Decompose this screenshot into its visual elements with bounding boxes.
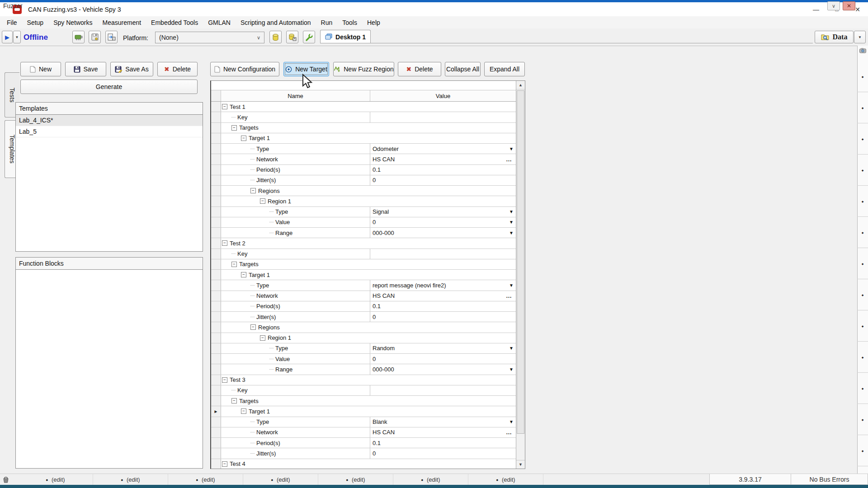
row-value-cell[interactable] (370, 102, 516, 112)
minimize-button[interactable]: — (806, 2, 826, 16)
collapse-minus-icon[interactable]: − (260, 335, 265, 341)
table-row[interactable]: Type Random ▼ (211, 343, 516, 354)
menu-item[interactable]: Spy Networks (48, 17, 97, 28)
template-list-item[interactable]: Lab_5 (16, 126, 203, 137)
chevron-down-icon[interactable]: ▼ (509, 209, 514, 214)
table-row[interactable]: Key (211, 385, 516, 396)
menu-item[interactable]: Tools (337, 17, 362, 28)
table-row[interactable]: − Target 1 (211, 133, 516, 144)
collapse-minus-icon[interactable]: − (231, 125, 237, 131)
table-row[interactable]: − Regions (211, 322, 516, 333)
collapse-minus-icon[interactable]: − (222, 461, 227, 467)
template-list-item[interactable]: Lab_4_ICS* (16, 115, 203, 126)
status-edit-cell[interactable]: ◆ (edit) (468, 474, 543, 485)
data-dropdown-button[interactable]: ▼ (854, 31, 866, 43)
dock-strip-cell[interactable]: ◆ (857, 404, 868, 435)
table-row[interactable]: − Test 2 (211, 238, 516, 249)
save-button[interactable]: Save (65, 62, 106, 76)
collapse-minus-icon[interactable]: − (222, 104, 227, 109)
collapse-minus-icon[interactable]: − (260, 198, 265, 204)
row-value-cell[interactable]: Signal ▼ (370, 207, 516, 217)
table-row[interactable]: Jitter(s) 0 (211, 448, 516, 459)
table-row[interactable]: − Targets (211, 259, 516, 270)
row-value-cell[interactable]: 0 ▼ (370, 217, 516, 227)
status-edit-cell[interactable]: ◆ (edit) (93, 474, 168, 485)
row-value-cell[interactable]: Random ▼ (370, 343, 516, 353)
row-value-cell[interactable]: 0.1 (370, 165, 516, 175)
options-button[interactable] (303, 31, 315, 43)
row-value-cell[interactable] (370, 238, 516, 248)
row-value-cell[interactable] (370, 133, 516, 143)
chevron-down-icon[interactable]: ▼ (509, 230, 514, 235)
row-value-cell[interactable]: HS CAN … (370, 427, 516, 437)
new-button[interactable]: New (20, 62, 61, 76)
expand-all-button[interactable]: Expand All (484, 62, 525, 76)
menu-item[interactable]: GMLAN (203, 17, 236, 28)
data-button[interactable]: Data (815, 31, 854, 43)
row-value-cell[interactable]: 0 (370, 448, 516, 458)
table-row[interactable]: Period(s) 0.1 (211, 438, 516, 448)
table-row[interactable]: Period(s) 0.1 (211, 301, 516, 312)
menu-item[interactable]: File (2, 17, 22, 28)
scrollbar-thumb[interactable] (517, 90, 524, 434)
dock-strip-cell[interactable]: ◆ (857, 435, 868, 466)
ellipsis-button[interactable]: … (506, 156, 512, 163)
row-value-cell[interactable]: 0.1 (370, 301, 516, 311)
row-value-cell[interactable] (370, 196, 516, 206)
dock-strip-cell[interactable]: ◆ (857, 155, 868, 186)
table-row[interactable]: − Test 3 (211, 375, 516, 385)
table-row[interactable]: Value 0 ▼ (211, 217, 516, 228)
row-value-cell[interactable] (370, 259, 516, 269)
run-dropdown-button[interactable]: ▼ (13, 31, 21, 43)
dock-strip-cell[interactable]: ◆ (857, 279, 868, 310)
table-row[interactable]: Key (211, 249, 516, 259)
collapse-minus-icon[interactable]: − (250, 188, 256, 193)
status-edit-cell[interactable]: ◆ (edit) (243, 474, 318, 485)
tab-desktop-1[interactable]: Desktop 1 (320, 30, 371, 43)
collapse-minus-icon[interactable]: − (231, 398, 237, 404)
row-value-cell[interactable]: 000-000 ▼ (370, 228, 516, 238)
table-row[interactable]: − Target 1 (211, 270, 516, 280)
row-value-cell[interactable] (370, 112, 516, 122)
dock-strip-cell[interactable]: ◆ (857, 373, 868, 404)
save-setup-button[interactable] (89, 31, 101, 43)
row-value-cell[interactable]: 0 (370, 312, 516, 322)
row-value-cell[interactable] (370, 123, 516, 133)
dock-strip-cell[interactable]: ◆ (857, 248, 868, 279)
collapse-minus-icon[interactable]: − (231, 262, 237, 267)
chevron-down-icon[interactable]: ▼ (509, 367, 514, 372)
collapse-minus-icon[interactable]: − (250, 324, 256, 330)
table-row[interactable]: − Region 1 (211, 333, 516, 343)
delete-button[interactable]: ✖ Delete (157, 62, 198, 76)
row-value-cell[interactable] (370, 270, 516, 280)
menu-item[interactable]: Setup (22, 17, 49, 28)
database-button[interactable] (269, 31, 282, 43)
menu-item[interactable]: Run (316, 17, 338, 28)
row-value-cell[interactable]: Odometer ▼ (370, 144, 516, 154)
ellipsis-button[interactable]: … (506, 292, 512, 299)
row-value-cell[interactable]: HS CAN … (370, 154, 516, 164)
row-value-cell[interactable]: 0 (370, 354, 516, 364)
panel-close-button[interactable]: ✕ (843, 1, 855, 10)
table-row[interactable]: Period(s) 0.1 (211, 165, 516, 175)
new-fuzz-region-button[interactable]: New Fuzz Region (333, 62, 394, 76)
table-row[interactable]: − Regions (211, 186, 516, 196)
row-value-cell[interactable] (370, 406, 516, 416)
dock-strip-cell[interactable]: ◆ (857, 217, 868, 248)
row-value-cell[interactable] (370, 459, 516, 469)
table-row[interactable]: Network HS CAN … (211, 427, 516, 438)
status-edit-cell[interactable]: ◆ (edit) (318, 474, 393, 485)
table-row[interactable]: Type report message (neovi fire2) ▼ (211, 280, 516, 291)
table-row[interactable]: Type Odometer ▼ (211, 144, 516, 154)
row-value-cell[interactable] (370, 385, 516, 395)
dock-strip-cell[interactable]: ◆ (857, 92, 868, 123)
chevron-down-icon[interactable]: ▼ (509, 220, 514, 225)
delete-target-button[interactable]: ✖ Delete (398, 62, 441, 76)
database-save-button[interactable] (286, 31, 298, 43)
table-row[interactable]: − Test 4 (211, 459, 516, 469)
row-value-cell[interactable]: HS CAN … (370, 291, 516, 301)
collapse-minus-icon[interactable]: − (241, 136, 246, 141)
dock-strip-cell[interactable]: ◆ (857, 61, 868, 92)
row-value-cell[interactable]: 0.1 (370, 438, 516, 448)
table-row[interactable]: Value 0 (211, 354, 516, 364)
